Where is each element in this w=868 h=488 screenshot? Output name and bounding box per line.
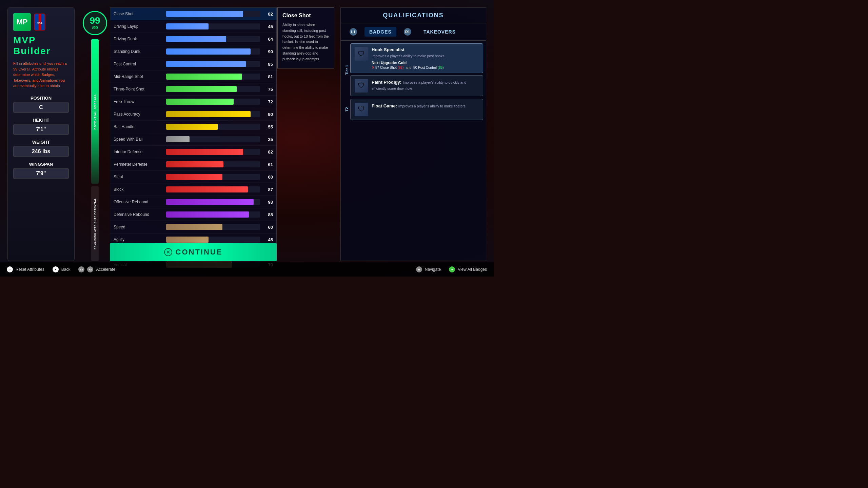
badge-paint-prodigy: 🛡 Paint Prodigy: Improves a player's abi…	[350, 75, 483, 96]
attr-bar	[166, 23, 209, 29]
back-label: Back	[61, 267, 71, 272]
attr-bar-container	[166, 161, 260, 167]
attr-name: Driving Dunk	[114, 37, 163, 41]
float-game-icon: 🛡	[355, 103, 368, 116]
attr-row[interactable]: Driving Layup 45	[110, 20, 276, 33]
attr-row[interactable]: Steal 60	[110, 171, 276, 183]
tab-r1[interactable]: R1	[399, 26, 416, 38]
attr-bar-container	[166, 74, 260, 80]
attr-bar	[166, 11, 243, 17]
attr-row[interactable]: Offensive Rebound 93	[110, 196, 276, 208]
hook-specialist-desc: Improves a player's ability to make post…	[372, 54, 479, 59]
attr-bar	[166, 74, 242, 80]
attr-bar	[166, 124, 218, 130]
attr-bar	[166, 161, 223, 167]
attr-value: 82	[263, 12, 273, 17]
attr-bar	[166, 136, 190, 142]
info-panel: Close Shot Ability to shoot when standin…	[277, 7, 334, 68]
hook-specialist-info: Hook Specialist Improves a player's abil…	[372, 47, 479, 69]
attr-value: 45	[263, 237, 273, 242]
stat-position: POSITION C	[13, 96, 69, 113]
qualifications-header: QUALIFICATIONS	[341, 8, 486, 23]
attr-name: Driving Layup	[114, 24, 163, 29]
req-post-control: 80 Post Control (85)	[413, 66, 444, 69]
attr-bar-container	[166, 61, 260, 67]
attr-row[interactable]: Perimeter Defense 61	[110, 158, 276, 171]
qualifications-panel: QUALIFICATIONS L1 BADGES R1 TAKEOVERS Ti…	[340, 7, 486, 261]
remaining-label: REMAINING ATTRIBUTE POTENTIAL	[94, 198, 96, 249]
attr-bar-container	[166, 111, 260, 117]
req-close-shot: ✕ 87 Close Shot (82)	[372, 66, 403, 69]
tab-badges[interactable]: BADGES	[364, 27, 396, 37]
attr-row[interactable]: Close Shot 82	[110, 8, 276, 20]
attr-row[interactable]: Free Throw 72	[110, 96, 276, 108]
attr-row[interactable]: Driving Dunk 64	[110, 33, 276, 45]
badges-label: BADGES	[369, 29, 392, 35]
attr-bar-container	[166, 224, 260, 230]
attr-bar	[166, 61, 246, 67]
potential-label: POTENTIAL OVERALL	[94, 94, 97, 129]
attr-bar-container	[166, 199, 260, 205]
upgrade-reqs: ✕ 87 Close Shot (82) and 80 Post Control…	[372, 66, 479, 69]
attr-bar	[166, 36, 226, 42]
qual-tabs: L1 BADGES R1 TAKEOVERS	[341, 23, 486, 41]
attributes-panel: Close Shot 82 Driving Layup 45 Driving D…	[110, 7, 277, 245]
tab-takeovers[interactable]: TAKEOVERS	[419, 27, 460, 37]
stat-value: 7'9"	[13, 168, 69, 179]
builder-title: MVP Builder	[13, 35, 69, 57]
req-and-label: and	[406, 66, 411, 69]
info-body: Ability to shoot when standing still, in…	[282, 22, 329, 62]
attr-bar-container	[166, 149, 260, 155]
attr-name: Speed With Ball	[114, 137, 163, 142]
potential-bar: POTENTIAL OVERALL	[91, 39, 99, 184]
attr-value: 55	[263, 124, 273, 129]
continue-button[interactable]: ✕ CONTINUE	[110, 243, 277, 261]
overall-number: 99	[90, 16, 100, 25]
svg-text:NBA: NBA	[37, 22, 43, 25]
tier2-label: T2	[343, 99, 350, 120]
stat-label: HEIGHT	[13, 118, 69, 123]
player-stats: POSITION C HEIGHT 7'1" WEIGHT 246 lbs WI…	[13, 96, 69, 179]
hook-specialist-upgrade: Next Upgrade: Gold ✕ 87 Close Shot (82) …	[372, 61, 479, 69]
attr-row[interactable]: Pass Accuracy 90	[110, 108, 276, 121]
tier1-label: Tier 1	[343, 43, 350, 96]
continue-label: CONTINUE	[176, 248, 223, 257]
attr-bar-container	[166, 86, 260, 92]
attr-bar	[166, 199, 254, 205]
hook-specialist-icon: 🛡	[355, 47, 368, 61]
overall-sub: /99	[92, 25, 98, 30]
stat-height: HEIGHT 7'1"	[13, 118, 69, 135]
float-game-desc: Improves a player's ability to make floa…	[398, 104, 467, 108]
tab-l1[interactable]: L1	[345, 26, 362, 38]
attr-row[interactable]: Interior Defense 82	[110, 146, 276, 158]
attr-bar-container	[166, 174, 260, 180]
l2-btn-icon: L2	[78, 266, 84, 272]
attr-bar-container	[166, 23, 260, 29]
attr-row[interactable]: Defensive Rebound 88	[110, 208, 276, 221]
attr-name: Mid-Range Shot	[114, 74, 163, 79]
stat-value: 7'1"	[13, 124, 69, 135]
mp-text: MP	[17, 18, 28, 26]
upgrade-label: Next Upgrade: Gold	[372, 61, 479, 65]
attr-value: 75	[263, 87, 273, 92]
builder-description: Fill in attributes until you reach a 99 …	[13, 61, 69, 89]
navigate-label: Navigate	[425, 267, 441, 272]
attr-row[interactable]: Mid-Range Shot 81	[110, 70, 276, 83]
attr-bar	[166, 211, 249, 218]
attr-bar	[166, 149, 243, 155]
continue-icon: ✕	[164, 248, 172, 256]
stat-value: C	[13, 102, 69, 113]
attr-bar-container	[166, 124, 260, 130]
attr-name: Ball Handle	[114, 124, 163, 129]
attr-row[interactable]: Block 87	[110, 183, 276, 196]
attr-bar	[166, 86, 237, 92]
attr-row[interactable]: Speed With Ball 25	[110, 133, 276, 146]
attr-value: 72	[263, 99, 273, 104]
attr-row[interactable]: Standing Dunk 90	[110, 45, 276, 58]
attr-bar	[166, 174, 222, 180]
attr-row[interactable]: Post Control 85	[110, 58, 276, 70]
attr-row[interactable]: Three-Point Shot 75	[110, 83, 276, 96]
attr-row[interactable]: Ball Handle 55	[110, 121, 276, 133]
attr-row[interactable]: Speed 60	[110, 221, 276, 233]
attr-bar	[166, 111, 251, 117]
